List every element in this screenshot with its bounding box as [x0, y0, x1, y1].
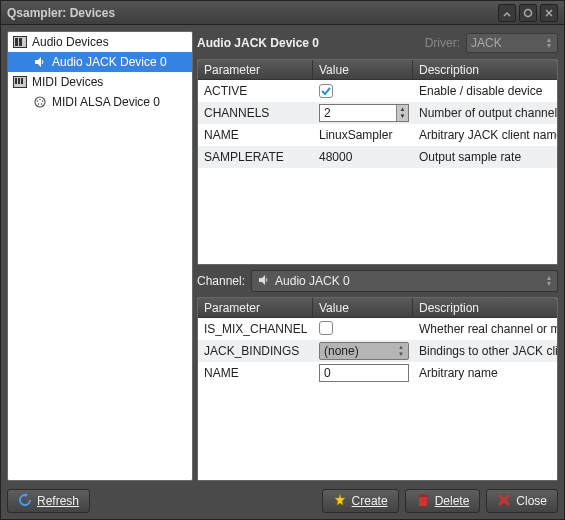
svg-point-12: [42, 100, 44, 102]
create-icon: [333, 493, 347, 510]
text-input[interactable]: 0: [319, 364, 409, 382]
svg-rect-16: [419, 497, 427, 506]
delete-icon: [416, 493, 430, 510]
refresh-button[interactable]: Refresh: [7, 489, 90, 513]
driver-value: JACK: [471, 36, 502, 50]
chevron-updown-icon: ▲▼: [396, 343, 406, 359]
table-row: ACTIVEEnable / disable device: [198, 80, 557, 102]
svg-point-15: [39, 99, 41, 101]
table-row: IS_MIX_CHANNELWhether real channel or mi…: [198, 318, 557, 340]
svg-point-13: [38, 103, 40, 105]
create-button[interactable]: Create: [322, 489, 399, 513]
chevron-updown-icon: ▲▼: [543, 34, 555, 52]
svg-point-14: [41, 103, 43, 105]
svg-rect-7: [15, 78, 17, 84]
param-name: NAME: [198, 128, 313, 142]
tree-label: Audio Devices: [32, 35, 109, 49]
param-desc: Enable / disable device: [413, 84, 557, 98]
button-label: Close: [516, 494, 547, 508]
channel-select[interactable]: Audio JACK 0 ▲▼: [251, 270, 558, 292]
param-desc: Number of output channels: [413, 106, 557, 120]
param-name: IS_MIX_CHANNEL: [198, 322, 313, 336]
table-row: CHANNELS2▲▼Number of output channels: [198, 102, 557, 124]
param-value-cell: [313, 84, 413, 99]
channel-params-table: Parameter Value Description IS_MIX_CHANN…: [197, 297, 558, 481]
driver-select[interactable]: JACK ▲▼: [466, 33, 558, 53]
stepper-arrows-icon[interactable]: ▲▼: [396, 105, 408, 121]
button-label: Create: [352, 494, 388, 508]
combobox[interactable]: (none)▲▼: [319, 342, 409, 360]
param-desc: Arbitrary JACK client name: [413, 128, 557, 142]
col-description[interactable]: Description: [413, 60, 557, 79]
svg-rect-8: [18, 78, 20, 84]
midi-panel-icon: [12, 76, 28, 88]
svg-rect-4: [19, 38, 22, 46]
close-button[interactable]: Close: [486, 489, 558, 513]
window-title: Qsampler: Devices: [7, 6, 495, 20]
col-value[interactable]: Value: [313, 60, 413, 79]
device-params-table: Parameter Value Description ACTIVEEnable…: [197, 59, 558, 265]
param-desc: Whether real channel or mix: [413, 322, 557, 336]
param-value-cell: 0: [313, 364, 413, 382]
maximize-button[interactable]: [519, 4, 537, 22]
minimize-button[interactable]: [498, 4, 516, 22]
table-row: SAMPLERATE48000Output sample rate: [198, 146, 557, 168]
param-value-cell: (none)▲▼: [313, 342, 413, 360]
tree-audio-root[interactable]: Audio Devices: [8, 32, 192, 52]
audio-panel-icon: [12, 36, 28, 48]
param-name: NAME: [198, 366, 313, 380]
param-name: JACK_BINDINGS: [198, 344, 313, 358]
chevron-updown-icon: ▲▼: [543, 271, 555, 291]
col-value[interactable]: Value: [313, 298, 413, 317]
param-name: CHANNELS: [198, 106, 313, 120]
svg-point-0: [525, 9, 532, 16]
svg-point-10: [35, 97, 45, 107]
button-label: Delete: [435, 494, 470, 508]
tree-midi-root[interactable]: MIDI Devices: [8, 72, 192, 92]
channel-value: Audio JACK 0: [275, 274, 350, 288]
param-name: SAMPLERATE: [198, 150, 313, 164]
tree-label: MIDI ALSA Device 0: [52, 95, 160, 109]
device-title: Audio JACK Device 0: [197, 36, 419, 50]
delete-button[interactable]: Delete: [405, 489, 481, 513]
close-icon: [497, 493, 511, 510]
titlebar: Qsampler: Devices: [1, 1, 564, 25]
tree-label: Audio JACK Device 0: [52, 55, 167, 69]
param-desc: Arbitrary name: [413, 366, 557, 380]
table-row: NAME0Arbitrary name: [198, 362, 557, 384]
tree-audio-jack-device[interactable]: Audio JACK Device 0: [8, 52, 192, 72]
svg-point-11: [37, 100, 39, 102]
param-desc: Bindings to other JACK clients: [413, 344, 557, 358]
speaker-icon: [32, 56, 48, 68]
checkbox[interactable]: [319, 321, 333, 335]
col-description[interactable]: Description: [413, 298, 557, 317]
channel-label: Channel:: [197, 274, 245, 288]
device-tree[interactable]: Audio Devices Audio JACK Device 0 MIDI D…: [7, 31, 193, 481]
checkbox[interactable]: [319, 84, 333, 98]
param-value-cell: 2▲▼: [313, 104, 413, 122]
table-row: JACK_BINDINGS(none)▲▼Bindings to other J…: [198, 340, 557, 362]
svg-rect-17: [418, 495, 428, 497]
svg-rect-9: [21, 78, 23, 84]
table-row: NAMELinuxSamplerArbitrary JACK client na…: [198, 124, 557, 146]
tree-label: MIDI Devices: [32, 75, 103, 89]
driver-label: Driver:: [425, 36, 460, 50]
param-desc: Output sample rate: [413, 150, 557, 164]
close-window-button[interactable]: [540, 4, 558, 22]
param-name: ACTIVE: [198, 84, 313, 98]
speaker-icon: [258, 274, 270, 289]
tree-midi-alsa-device[interactable]: MIDI ALSA Device 0: [8, 92, 192, 112]
col-parameter[interactable]: Parameter: [198, 298, 313, 317]
param-value-cell: 48000: [313, 150, 413, 164]
param-value-cell: LinuxSampler: [313, 128, 413, 142]
midi-port-icon: [32, 96, 48, 108]
col-parameter[interactable]: Parameter: [198, 60, 313, 79]
svg-rect-3: [15, 38, 18, 46]
param-value-cell: [313, 321, 413, 338]
spinbox[interactable]: 2▲▼: [319, 104, 409, 122]
button-label: Refresh: [37, 494, 79, 508]
refresh-icon: [18, 493, 32, 510]
